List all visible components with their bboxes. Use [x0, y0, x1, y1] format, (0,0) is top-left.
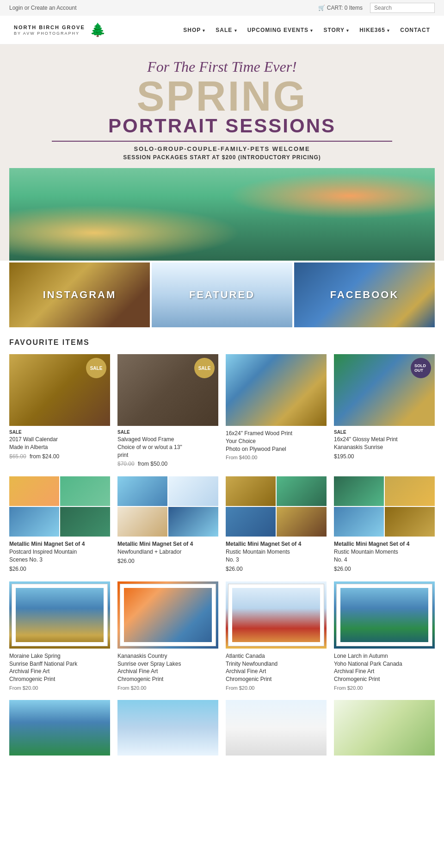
price-strike: $65.00: [9, 453, 26, 460]
product-price: $195.00: [334, 453, 435, 460]
bottom-card[interactable]: [117, 700, 218, 756]
logo-name: NORTH BIRCH GROVE: [14, 24, 85, 31]
magnet-card[interactable]: Metallic Mini Magnet Set of 4Postcard In…: [9, 476, 110, 572]
bottom-card[interactable]: [334, 700, 435, 756]
magnet-img-cell: [385, 476, 435, 506]
nav-story[interactable]: STORY ▾: [323, 27, 349, 33]
magnet-img-cell: [334, 507, 384, 537]
product-title: Metallic Mini Magnet Set of 4Postcard In…: [9, 540, 110, 563]
logo-text-block: NORTH BIRCH GROVE BY AVW PHOTOGRAPHY: [14, 24, 85, 35]
product-image: SALE: [9, 354, 110, 426]
magnet-img-cell: [385, 507, 435, 537]
print-frame: [120, 584, 216, 646]
facebook-card[interactable]: FACEBOOK: [294, 262, 435, 327]
product-title: Atlantic CanadaTrinity NewfoundlandArchi…: [226, 652, 327, 683]
price-strike: $70.00: [117, 461, 135, 467]
product-price: $26.00: [117, 558, 218, 564]
magnet-img-cell: [9, 476, 59, 506]
bottom-image: [117, 700, 218, 756]
print-card[interactable]: Moraine Lake SpringSunrise Banff Nationa…: [9, 581, 110, 691]
chevron-down-icon: ▾: [387, 28, 390, 33]
magnet-img-cell: [168, 507, 218, 537]
bottom-card[interactable]: [9, 700, 110, 756]
magnet-card[interactable]: Metallic Mini Magnet Set of 4Newfoundlan…: [117, 476, 218, 572]
product-price: $70.00 from $50.00: [117, 461, 218, 467]
product-price-from: From $20.00: [117, 685, 218, 691]
sale-label: SALE: [334, 430, 435, 435]
prints-grid: Moraine Lake SpringSunrise Banff Nationa…: [9, 581, 435, 691]
print-image: [9, 581, 110, 649]
cart-info[interactable]: 🛒 CART: 0 Items: [318, 5, 363, 11]
featured-products-grid: SALE SALE 2017 Wall CalendarMade in Albe…: [9, 354, 435, 467]
magnet-img-cell: [226, 476, 276, 506]
nav-shop[interactable]: SHOP ▾: [183, 27, 205, 33]
magnet-img-cell: [334, 476, 384, 506]
magnet-img-cell: [9, 507, 59, 537]
or-label: or: [25, 5, 30, 11]
magnet-image: [9, 476, 110, 537]
print-card[interactable]: Atlantic CanadaTrinity NewfoundlandArchi…: [226, 581, 327, 691]
top-bar-auth: Login or Create an Account: [9, 5, 76, 11]
create-account-link[interactable]: Create an Account: [31, 5, 77, 11]
product-price: $26.00: [226, 566, 327, 572]
tree-icon: 🌲: [90, 22, 106, 37]
magnet-products-grid: Metallic Mini Magnet Set of 4Postcard In…: [9, 476, 435, 572]
product-title: Salvaged Wood FrameChoice of w or w/out …: [117, 436, 218, 459]
product-title: 16x24" Glossy Metal PrintKananaskis Sunr…: [334, 436, 435, 451]
instagram-label: INSTAGRAM: [43, 289, 117, 301]
search-input[interactable]: [370, 3, 435, 13]
nav-contact[interactable]: CONTACT: [400, 27, 430, 33]
main-nav: SHOP ▾ SALE ▾ UPCOMING EVENTS ▾ STORY ▾ …: [183, 27, 430, 33]
hero-sub1: SOLO-GROUP-COUPLE-FAMILY-PETS WELCOME: [9, 145, 435, 152]
magnet-img-cell: [277, 476, 327, 506]
product-title: 16x24" Framed Wood PrintYour ChoicePhoto…: [226, 430, 327, 453]
product-title: Kananaskis CountrySunrise over Spray Lak…: [117, 652, 218, 683]
magnet-img-cell: [117, 476, 167, 506]
login-link[interactable]: Login: [9, 5, 23, 11]
product-title: Metallic Mini Magnet Set of 4Newfoundlan…: [117, 540, 218, 556]
magnet-card[interactable]: Metallic Mini Magnet Set of 4Rustic Moun…: [334, 476, 435, 572]
favourite-section: FAVOURITE ITEMS SALE SALE 2017 Wall Cale…: [0, 329, 444, 765]
magnet-img-cell: [226, 507, 276, 537]
print-frame: [228, 584, 324, 646]
nav-sale[interactable]: SALE ▾: [216, 27, 237, 33]
product-badge: SALE: [194, 358, 215, 378]
nav-hike365[interactable]: HIKE365 ▾: [359, 27, 390, 33]
print-card[interactable]: Kananaskis CountrySunrise over Spray Lak…: [117, 581, 218, 691]
product-price: $26.00: [9, 566, 110, 572]
hero-sub2: SESSION PACKAGES START AT $200 (INTRODUC…: [9, 154, 435, 161]
product-price-from: From $20.00: [9, 685, 110, 691]
favourite-title: FAVOURITE ITEMS: [9, 338, 435, 347]
product-card[interactable]: SALE SALE 2017 Wall CalendarMade in Albe…: [9, 354, 110, 467]
featured-card[interactable]: FEATURED: [152, 262, 292, 327]
bottom-grid: [9, 700, 435, 756]
product-title: Lone Larch in AutumnYoho National Park C…: [334, 652, 435, 683]
print-image: [117, 581, 218, 649]
product-image: [226, 354, 327, 426]
chevron-down-icon: ▾: [310, 28, 313, 33]
product-price-from: From $20.00: [334, 685, 435, 691]
product-title: Moraine Lake SpringSunrise Banff Nationa…: [9, 652, 110, 683]
product-card[interactable]: SOLD OUT SALE 16x24" Glossy Metal PrintK…: [334, 354, 435, 467]
bottom-image: [334, 700, 435, 756]
bottom-image: [9, 700, 110, 756]
hero-line3: PORTRAIT SESSIONS: [9, 115, 435, 137]
top-bar-cart-search: 🛒 CART: 0 Items: [318, 3, 435, 13]
hero-photo: [9, 168, 435, 261]
logo-area: NORTH BIRCH GROVE BY AVW PHOTOGRAPHY 🌲: [14, 22, 106, 37]
bottom-card[interactable]: [226, 700, 327, 756]
print-card[interactable]: Lone Larch in AutumnYoho National Park C…: [334, 581, 435, 691]
hero-photo-bg: [9, 168, 435, 261]
product-price-from: From $400.00: [226, 455, 327, 460]
magnet-card[interactable]: Metallic Mini Magnet Set of 4Rustic Moun…: [226, 476, 327, 572]
social-row: INSTAGRAM FEATURED FACEBOOK: [0, 261, 444, 329]
cart-label: CART: 0 Items: [327, 5, 363, 11]
product-card[interactable]: 16x24" Framed Wood PrintYour ChoicePhoto…: [226, 354, 327, 467]
magnet-img-cell: [277, 507, 327, 537]
nav-events[interactable]: UPCOMING EVENTS ▾: [247, 27, 314, 33]
hero-line2: SPRING: [9, 75, 435, 117]
magnet-img-cell: [117, 507, 167, 537]
instagram-card[interactable]: INSTAGRAM: [9, 262, 150, 327]
hero-divider: [52, 141, 392, 142]
product-card[interactable]: SALE SALE Salvaged Wood FrameChoice of w…: [117, 354, 218, 467]
